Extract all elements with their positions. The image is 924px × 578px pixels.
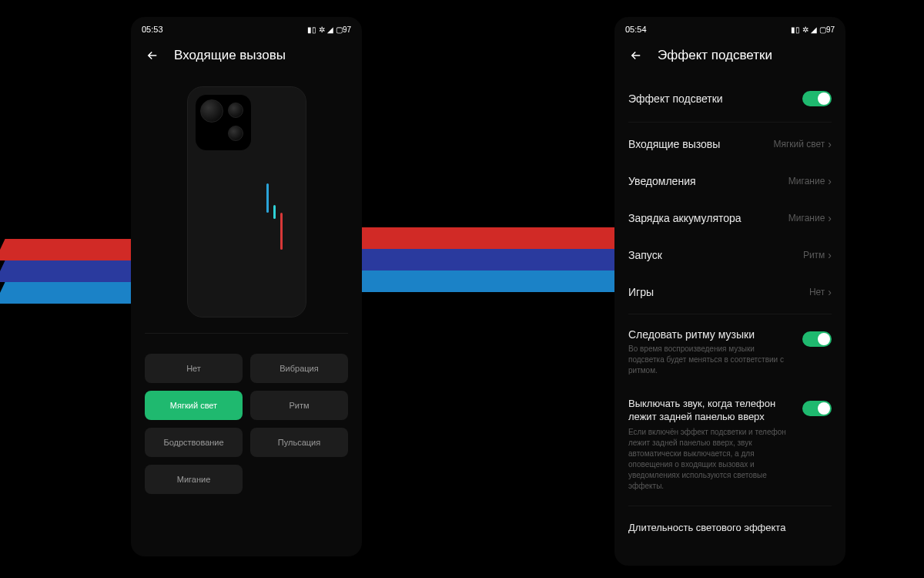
battery-icon: ▢97 <box>336 25 351 34</box>
divider <box>145 333 348 334</box>
bluetooth-icon: ✲ <box>802 25 808 34</box>
phone-illustration <box>187 86 306 318</box>
settings-list: Эффект подсветки Входящие вызовы Мягкий … <box>614 79 845 533</box>
vibrate-icon: ▮▯ <box>791 25 800 34</box>
setting-description: Если включён эффект подсветки и телефон … <box>628 427 790 492</box>
setting-label: Эффект подсветки <box>628 92 723 105</box>
vibrate-icon: ▮▯ <box>307 25 316 34</box>
setting-value: Мигание› <box>788 212 832 224</box>
option-vibration[interactable]: Вибрация <box>250 354 348 383</box>
setting-description: Во время воспроизведения музыки подсветк… <box>628 344 790 376</box>
divider <box>628 506 832 506</box>
setting-value: Мягкий свет› <box>773 138 832 150</box>
toggle-mute[interactable] <box>802 401 832 416</box>
setting-label: Запуск <box>628 249 662 261</box>
chevron-right-icon: › <box>828 286 832 298</box>
setting-label: Следовать ритму музыки <box>628 328 790 341</box>
battery-icon: ▢97 <box>819 25 835 34</box>
statusbar: 05:53 ▮▯ ✲ ◢ ▢97 <box>131 17 362 37</box>
option-blink[interactable]: Мигание <box>145 465 243 494</box>
setting-value: Мигание› <box>788 175 832 187</box>
status-time: 05:53 <box>142 25 163 34</box>
chevron-right-icon: › <box>828 249 832 261</box>
option-none[interactable]: Нет <box>145 354 243 383</box>
setting-label: Игры <box>628 286 654 298</box>
setting-value: Ритм› <box>803 249 832 261</box>
setting-notifications[interactable]: Уведомления Мигание› <box>628 163 832 200</box>
status-icons: ▮▯ ✲ ◢ ▢97 <box>307 25 351 34</box>
page-title: Эффект подсветки <box>658 48 772 63</box>
bluetooth-icon: ✲ <box>319 25 325 34</box>
setting-incoming-calls[interactable]: Входящие вызовы Мягкий свет› <box>628 126 832 163</box>
setting-label: Входящие вызовы <box>628 138 720 150</box>
setting-lighting-effect[interactable]: Эффект подсветки <box>628 79 832 119</box>
header: Эффект подсветки <box>614 37 845 79</box>
chevron-right-icon: › <box>828 138 832 150</box>
setting-label: Уведомления <box>628 175 696 187</box>
option-wake[interactable]: Бодрствование <box>145 428 243 457</box>
setting-duration[interactable]: Длительность светового эффекта <box>628 509 832 533</box>
option-rhythm[interactable]: Ритм <box>250 391 348 420</box>
setting-label: Выключать звук, когда телефон лежит задн… <box>628 398 795 424</box>
header: Входящие вызовы <box>131 37 362 79</box>
setting-value: Нет› <box>809 286 832 298</box>
status-time: 05:54 <box>625 25 647 34</box>
back-button[interactable] <box>628 48 644 63</box>
divider <box>628 122 832 123</box>
setting-music-rhythm[interactable]: Следовать ритму музыки Во время воспроиз… <box>628 318 832 387</box>
camera-module-icon <box>196 95 251 150</box>
setting-launch[interactable]: Запуск Ритм› <box>628 237 832 274</box>
bg-stripe-left <box>0 239 139 304</box>
toggle-music[interactable] <box>802 331 832 347</box>
setting-label: Длительность светового эффекта <box>628 522 785 533</box>
options-grid: Нет Вибрация Мягкий свет Ритм Бодрствова… <box>131 343 362 505</box>
bg-stripe-mid <box>362 227 616 292</box>
chevron-right-icon: › <box>828 212 832 224</box>
phone-left: 05:53 ▮▯ ✲ ◢ ▢97 Входящие вызовы Нет Виб… <box>131 17 362 556</box>
option-pulse[interactable]: Пульсация <box>250 428 348 457</box>
setting-label: Зарядка аккумулятора <box>628 212 742 224</box>
phone-right: 05:54 ▮▯ ✲ ◢ ▢97 Эффект подсветки Эффект… <box>614 17 845 566</box>
status-icons: ▮▯ ✲ ◢ ▢97 <box>791 25 835 34</box>
setting-games[interactable]: Игры Нет› <box>628 274 832 311</box>
led-strips-icon <box>266 176 283 250</box>
wifi-icon: ◢ <box>327 25 333 34</box>
toggle-lighting[interactable] <box>802 91 832 106</box>
chevron-right-icon: › <box>828 175 832 187</box>
statusbar: 05:54 ▮▯ ✲ ◢ ▢97 <box>614 17 845 37</box>
divider <box>628 314 832 314</box>
option-soft-light[interactable]: Мягкий свет <box>145 391 243 420</box>
page-title: Входящие вызовы <box>174 48 286 63</box>
back-button[interactable] <box>145 48 160 63</box>
wifi-icon: ◢ <box>811 25 817 34</box>
setting-mute-face-down[interactable]: Выключать звук, когда телефон лежит задн… <box>628 387 832 502</box>
setting-battery-charge[interactable]: Зарядка аккумулятора Мигание› <box>628 200 832 237</box>
